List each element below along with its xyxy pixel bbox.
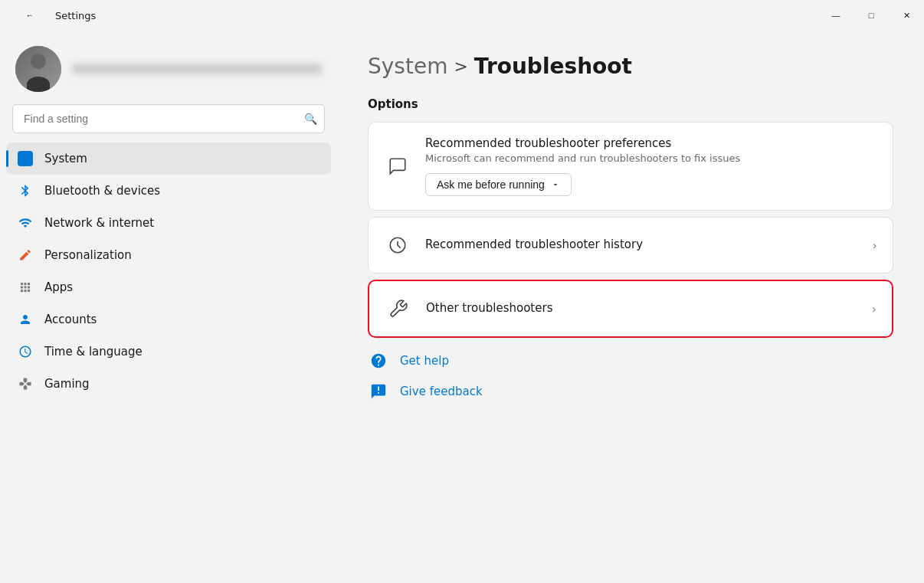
titlebar-left: ← Settings xyxy=(12,0,96,31)
give-feedback-link[interactable]: Give feedback xyxy=(368,381,893,402)
titlebar: ← Settings — □ ✕ xyxy=(0,0,924,31)
search-input[interactable] xyxy=(12,104,325,133)
system-icon xyxy=(17,150,34,167)
settings-window: ← Settings — □ ✕ 🔍 xyxy=(0,0,924,583)
user-section xyxy=(0,31,337,104)
get-help-text: Get help xyxy=(400,354,449,368)
sidebar-item-time-label: Time & language xyxy=(44,345,143,359)
wrench-icon xyxy=(385,295,412,323)
chat-icon xyxy=(384,152,411,180)
troubleshooter-dropdown[interactable]: Ask me before running xyxy=(425,173,572,196)
recommended-prefs-card: Recommended troubleshooter preferences M… xyxy=(368,122,893,211)
gaming-icon xyxy=(17,375,34,392)
back-button[interactable]: ← xyxy=(12,0,48,31)
breadcrumb-current: Troubleshoot xyxy=(474,54,632,79)
troubleshooter-history-card[interactable]: Recommended troubleshooter history › xyxy=(368,217,893,273)
sidebar-item-gaming[interactable]: Gaming xyxy=(6,368,331,400)
help-links: Get help Give feedback xyxy=(368,350,893,402)
breadcrumb-parent: System xyxy=(368,54,447,79)
bluetooth-icon xyxy=(17,182,34,199)
sidebar-item-system-label: System xyxy=(44,152,87,165)
sidebar-item-accounts[interactable]: Accounts xyxy=(6,303,331,336)
sidebar-item-bluetooth-label: Bluetooth & devices xyxy=(44,184,160,198)
sidebar-item-apps-label: Apps xyxy=(44,280,73,294)
history-icon xyxy=(384,231,411,259)
get-help-link[interactable]: Get help xyxy=(368,350,893,372)
recommended-prefs-subtitle: Microsoft can recommend and run troubles… xyxy=(425,152,877,164)
card-row: Other troubleshooters › xyxy=(385,295,876,323)
other-troubleshooters-card[interactable]: Other troubleshooters › xyxy=(368,280,893,338)
card-content: Recommended troubleshooter preferences M… xyxy=(425,136,877,196)
sidebar-item-personalization[interactable]: Personalization xyxy=(6,239,331,271)
apps-icon xyxy=(17,279,34,296)
chevron-right-icon: › xyxy=(872,302,876,316)
sidebar-item-accounts-label: Accounts xyxy=(44,313,97,326)
sidebar-item-bluetooth[interactable]: Bluetooth & devices xyxy=(6,175,331,207)
breadcrumb-separator: > xyxy=(454,57,467,76)
main-content: System > Troubleshoot Options Recommende… xyxy=(337,31,924,583)
network-icon xyxy=(17,215,34,231)
give-feedback-text: Give feedback xyxy=(400,385,483,398)
give-feedback-icon xyxy=(368,381,389,402)
content-area: 🔍 System Bluetooth & devices xyxy=(0,31,924,583)
sidebar: 🔍 System Bluetooth & devices xyxy=(0,31,337,583)
nav-list: System Bluetooth & devices Network & int… xyxy=(0,142,337,583)
search-icon: 🔍 xyxy=(304,113,317,125)
chevron-right-icon: › xyxy=(873,238,877,253)
card-content: Other troubleshooters xyxy=(426,301,858,317)
sidebar-item-personalization-label: Personalization xyxy=(44,248,132,262)
get-help-icon xyxy=(368,350,389,372)
card-row: Recommended troubleshooter preferences M… xyxy=(384,136,877,196)
sidebar-item-network-label: Network & internet xyxy=(44,216,154,230)
titlebar-controls: — □ ✕ xyxy=(818,0,924,31)
sidebar-item-apps[interactable]: Apps xyxy=(6,271,331,303)
close-button[interactable]: ✕ xyxy=(889,0,924,31)
avatar xyxy=(15,46,61,92)
card-row: Recommended troubleshooter history › xyxy=(384,231,877,259)
personalization-icon xyxy=(17,247,34,264)
accounts-icon xyxy=(17,311,34,328)
card-content: Recommended troubleshooter history xyxy=(425,237,859,254)
sidebar-item-gaming-label: Gaming xyxy=(44,377,90,391)
recommended-prefs-title: Recommended troubleshooter preferences xyxy=(425,136,877,150)
maximize-button[interactable]: □ xyxy=(854,0,889,31)
time-icon xyxy=(17,343,34,360)
minimize-button[interactable]: — xyxy=(818,0,854,31)
sidebar-item-network[interactable]: Network & internet xyxy=(6,207,331,239)
other-troubleshooters-title: Other troubleshooters xyxy=(426,301,858,315)
user-name xyxy=(72,64,322,74)
options-label: Options xyxy=(368,97,893,111)
troubleshooter-history-title: Recommended troubleshooter history xyxy=(425,237,859,251)
breadcrumb: System > Troubleshoot xyxy=(368,54,893,79)
sidebar-item-time[interactable]: Time & language xyxy=(6,336,331,368)
avatar-image xyxy=(15,46,61,92)
titlebar-title: Settings xyxy=(55,10,96,21)
search-box: 🔍 xyxy=(12,104,325,133)
sidebar-item-system[interactable]: System xyxy=(6,142,331,175)
